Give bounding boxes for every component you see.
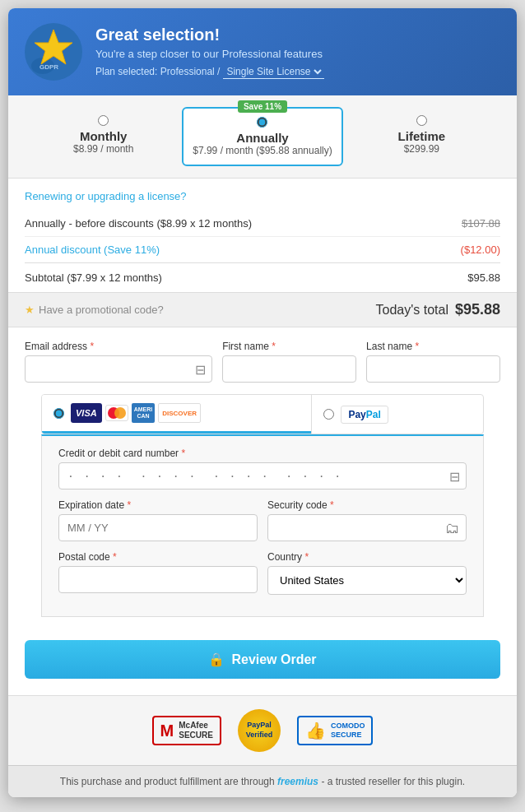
paypal-radio[interactable]	[323, 409, 334, 420]
before-discount-amount: $107.88	[462, 217, 500, 230]
billing-annually-label: Annually	[236, 131, 288, 145]
billing-lifetime-label: Lifetime	[398, 129, 446, 143]
comodo-icon: 👍	[305, 721, 326, 740]
country-label: Country *	[267, 551, 467, 563]
review-order-label: Review Order	[231, 652, 316, 667]
email-group: Email address * ⊟	[25, 341, 212, 383]
billing-annually-price: $7.99 / month ($95.88 annually)	[193, 145, 332, 156]
billing-lifetime-radio[interactable]	[416, 115, 427, 126]
promo-link[interactable]: ★ Have a promotional code?	[25, 304, 164, 316]
postal-group: Postal code *	[58, 551, 258, 595]
billing-monthly-radio[interactable]	[98, 115, 109, 126]
subtotal-amount: $95.88	[467, 271, 500, 284]
postal-country-row: Postal code * Country * United States Ca…	[58, 551, 467, 595]
card-number-input[interactable]	[58, 462, 467, 490]
comodo-badge: 👍 COMODOSECURE	[297, 716, 374, 745]
lastname-required-marker: *	[415, 341, 419, 352]
postal-input[interactable]	[58, 566, 258, 593]
star-icon: ★	[25, 304, 35, 316]
firstname-group: First name *	[222, 341, 356, 383]
promo-label: Have a promotional code?	[39, 304, 164, 316]
email-label: Email address *	[25, 341, 212, 352]
card-payment-tab[interactable]: VISA AMERICAN DISCOVER	[42, 395, 311, 434]
before-discount-label: Annually - before discounts ($8.99 x 12 …	[25, 217, 252, 230]
save-badge: Save 11%	[238, 100, 287, 113]
card-number-input-wrapper: ⊟	[58, 462, 467, 490]
header-title: Great selection!	[95, 26, 324, 44]
billing-lifetime[interactable]: Lifetime $299.99	[343, 107, 500, 166]
header-section: GDPR Great selection! You're a step clos…	[8, 8, 517, 95]
postal-label: Postal code *	[58, 551, 258, 563]
billing-monthly[interactable]: Monthly $8.99 / month	[25, 107, 182, 166]
firstname-input[interactable]	[222, 355, 356, 383]
amex-logo: AMERICAN	[132, 403, 156, 423]
expiry-input[interactable]	[58, 514, 258, 541]
billing-monthly-label: Monthly	[80, 129, 128, 143]
card-form-wrapper: Credit or debit card number * ⊟ Expirati…	[8, 434, 517, 640]
today-total: Today's total $95.88	[376, 301, 501, 318]
billing-lifetime-price: $299.99	[404, 143, 439, 155]
card-number-group: Credit or debit card number * ⊟	[58, 448, 467, 490]
payment-method-wrapper: VISA AMERICAN DISCOVER PayPal	[8, 394, 517, 434]
discount-row: Annual discount (Save 11%) ($12.00)	[25, 236, 500, 262]
plan-label-text: Plan selected: Professional /	[95, 66, 220, 77]
billing-monthly-price: $8.99 / month	[73, 143, 133, 155]
mcafee-icon: M	[160, 722, 174, 740]
paypal-verified-badge: PayPalVerified	[238, 709, 281, 752]
autofill-icon: ⊟	[195, 361, 206, 377]
subtotal-label: Subtotal ($7.99 x 12 months)	[25, 271, 162, 284]
paypal-logo: PayPal	[341, 406, 388, 424]
discount-label: Annual discount (Save 11%)	[25, 244, 160, 256]
expiry-security-row: Expiration date * Security code * 🗂	[58, 499, 467, 541]
card-number-label: Credit or debit card number *	[58, 448, 467, 459]
discover-logo: DISCOVER	[158, 403, 201, 423]
star-badge: GDPR	[25, 23, 82, 81]
freemius-brand: freemius	[277, 776, 318, 787]
security-input[interactable]	[267, 514, 467, 541]
firstname-label: First name *	[222, 341, 356, 352]
visa-logo: VISA	[71, 403, 102, 423]
plan-select[interactable]: Single Site License Up to 5 Sites Up to …	[223, 65, 324, 79]
cvv-icon: 🗂	[445, 519, 460, 536]
card-icon: ⊟	[449, 468, 460, 484]
footer-text: This purchase and product fulfillment ar…	[60, 776, 277, 787]
personal-info-row: Email address * ⊟ First name * Last name	[25, 341, 500, 383]
header-text: Great selection! You're a step closer to…	[95, 26, 324, 79]
billing-annually-radio[interactable]	[257, 117, 267, 128]
email-input-wrapper: ⊟	[25, 355, 212, 383]
lastname-input[interactable]	[366, 355, 500, 383]
email-input[interactable]	[25, 355, 212, 383]
footer: This purchase and product fulfillment ar…	[8, 765, 517, 797]
payment-methods: VISA AMERICAN DISCOVER PayPal	[41, 394, 484, 434]
security-input-wrapper: 🗂	[267, 514, 467, 541]
lastname-label: Last name *	[366, 341, 500, 352]
expiry-group: Expiration date *	[58, 499, 258, 541]
review-order-button[interactable]: 🔒 Review Order	[25, 640, 500, 679]
today-amount: $95.88	[455, 301, 500, 318]
card-radio[interactable]	[53, 408, 64, 419]
paypal-verified-text: PayPalVerified	[246, 721, 273, 740]
card-logos: VISA AMERICAN DISCOVER	[71, 403, 201, 423]
plan-line: Plan selected: Professional / Single Sit…	[95, 65, 324, 79]
security-code-group: Security code * 🗂	[267, 499, 467, 541]
checkout-modal: GDPR Great selection! You're a step clos…	[8, 8, 517, 797]
total-bar: ★ Have a promotional code? Today's total…	[8, 292, 517, 327]
personal-info-section: Email address * ⊟ First name * Last name	[8, 327, 517, 383]
comodo-text: COMODOSECURE	[331, 722, 365, 740]
card-form: Credit or debit card number * ⊟ Expirati…	[41, 434, 484, 617]
trust-badges: M McAfeeSECURE PayPalVerified 👍 COMODOSE…	[8, 695, 517, 765]
svg-text:GDPR: GDPR	[39, 63, 58, 71]
lastname-group: Last name *	[366, 341, 500, 383]
expiry-label: Expiration date *	[58, 499, 258, 511]
renew-link[interactable]: Renewing or upgrading a license?	[25, 179, 500, 211]
before-discount-row: Annually - before discounts ($8.99 x 12 …	[25, 211, 500, 236]
country-group: Country * United States Canada United Ki…	[267, 551, 467, 595]
paypal-payment-tab[interactable]: PayPal	[311, 395, 483, 434]
body-content: Renewing or upgrading a license? Annuall…	[8, 179, 517, 292]
email-required-marker: *	[90, 341, 94, 352]
security-label: Security code *	[267, 499, 467, 511]
billing-annually[interactable]: Save 11% Annually $7.99 / month ($95.88 …	[182, 107, 342, 166]
country-select[interactable]: United States Canada United Kingdom Aust…	[267, 566, 467, 595]
subtotal-row: Subtotal ($7.99 x 12 months) $95.88	[25, 262, 500, 292]
firstname-required-marker: *	[272, 341, 276, 352]
